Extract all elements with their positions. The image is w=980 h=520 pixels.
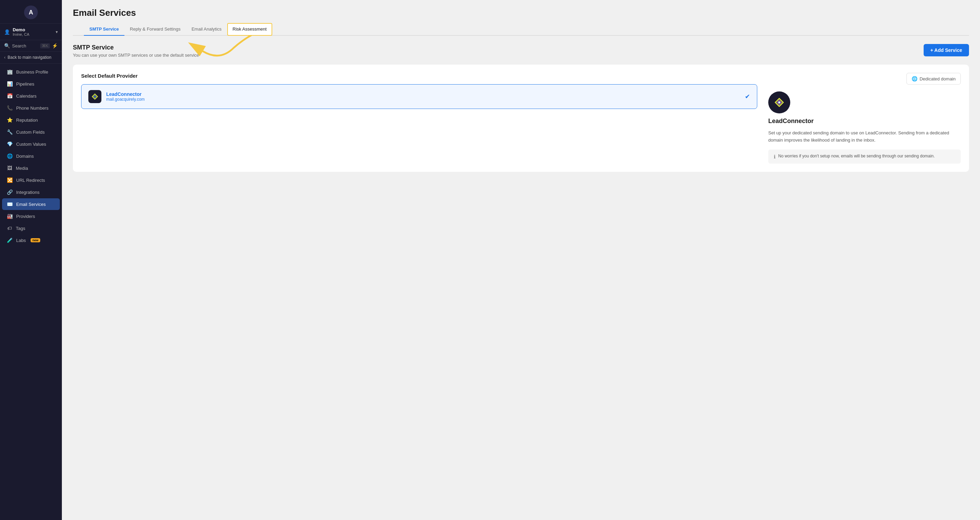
main-content: Email Services SMTP Service Reply & Forw… (62, 0, 980, 520)
right-panel: 🌐 Dedicated domain LeadConnector Set up … (768, 73, 961, 164)
sidebar-item-email-services[interactable]: ✉️ Email Services (2, 198, 60, 210)
smtp-section-subtitle: You can use your own SMTP services or us… (73, 52, 199, 58)
phone-icon: 📞 (7, 105, 13, 111)
check-icon: ✔ (745, 93, 750, 100)
info-text: No worries if you don't setup now, email… (778, 154, 935, 159)
page-title: Email Services (73, 8, 969, 18)
user-location: Irvine, CA (13, 32, 29, 37)
sidebar-item-labs[interactable]: 🧪 Labs new (2, 234, 60, 246)
leadconnector-name: LeadConnector (768, 118, 961, 125)
smtp-section-title: SMTP Service (73, 44, 199, 51)
reputation-icon: ⭐ (7, 117, 13, 123)
custom-values-icon: 💎 (7, 141, 13, 147)
labs-new-badge: new (30, 238, 40, 242)
provider-section: Select Default Provider LeadConnector ma… (81, 73, 757, 164)
tab-bar: SMTP Service Reply & Forward Settings Em… (73, 23, 969, 36)
provider-domain: mail.goacquirely.com (106, 97, 740, 102)
sidebar-item-label: Media (16, 165, 28, 171)
sidebar-avatar-area: A (0, 0, 62, 24)
dedicated-domain-button[interactable]: 🌐 Dedicated domain (907, 73, 961, 84)
sidebar-item-label: Calendars (16, 94, 37, 99)
business-profile-icon: 🏢 (7, 69, 13, 75)
sidebar-item-calendars[interactable]: 📅 Calendars (2, 90, 60, 102)
sidebar-item-phone-numbers[interactable]: 📞 Phone Numbers (2, 102, 60, 114)
back-arrow-icon: ‹ (4, 55, 5, 60)
user-icon: 👤 (4, 29, 10, 35)
domains-icon: 🌐 (7, 153, 13, 159)
url-redirects-icon: 🔀 (7, 177, 13, 183)
sidebar-item-label: Pipelines (16, 81, 34, 87)
main-card: Select Default Provider LeadConnector ma… (73, 65, 969, 172)
lightning-icon: ⚡ (52, 43, 58, 48)
integrations-icon: 🔗 (7, 189, 13, 195)
sidebar-item-label: Reputation (16, 118, 38, 123)
sidebar-item-integrations[interactable]: 🔗 Integrations (2, 186, 60, 198)
tab-risk-assessment[interactable]: Risk Assessment (227, 23, 272, 36)
back-nav[interactable]: ‹ Back to main navigation (0, 52, 62, 64)
user-name: Demo (13, 27, 29, 32)
sidebar-item-label: Custom Values (16, 142, 46, 147)
tab-email-analytics[interactable]: Email Analytics (186, 23, 227, 36)
sidebar: A 👤 Demo Irvine, CA ▾ 🔍 Search ⌘K ⚡ ‹ Ba… (0, 0, 62, 520)
content-area: SMTP Service You can use your own SMTP s… (62, 36, 980, 520)
sidebar-item-label: Custom Fields (16, 130, 45, 135)
provider-logo (88, 90, 102, 103)
sidebar-item-label: Integrations (16, 190, 40, 195)
providers-icon: 🏭 (7, 213, 13, 219)
search-shortcut: ⌘K (40, 43, 50, 48)
provider-card-leadconnector[interactable]: LeadConnector mail.goacquirely.com ✔ (81, 84, 757, 109)
sidebar-item-label: Tags (16, 226, 25, 231)
sidebar-item-label: URL Redirects (16, 178, 45, 183)
info-icon: ℹ (774, 154, 775, 159)
svg-point-0 (778, 102, 780, 103)
sidebar-item-label: Labs (16, 238, 26, 243)
sidebar-item-label: Providers (16, 214, 35, 219)
calendars-icon: 📅 (7, 93, 13, 99)
page-header: Email Services SMTP Service Reply & Forw… (62, 0, 980, 36)
add-service-button[interactable]: + Add Service (924, 44, 969, 56)
sidebar-item-custom-values[interactable]: 💎 Custom Values (2, 138, 60, 150)
leadconnector-description: Set up your dedicated sending domain to … (768, 130, 961, 144)
sidebar-item-label: Email Services (16, 202, 46, 207)
sidebar-item-label: Business Profile (16, 70, 48, 75)
user-info-area[interactable]: 👤 Demo Irvine, CA ▾ (0, 24, 62, 40)
sidebar-item-tags[interactable]: 🏷 Tags (2, 223, 60, 234)
email-services-icon: ✉️ (7, 201, 13, 207)
custom-fields-icon: 🔧 (7, 129, 13, 135)
sidebar-item-domains[interactable]: 🌐 Domains (2, 150, 60, 162)
avatar: A (24, 5, 38, 19)
back-nav-label: Back to main navigation (8, 55, 51, 60)
chevron-down-icon: ▾ (56, 30, 58, 34)
tab-smtp[interactable]: SMTP Service (84, 23, 124, 36)
provider-info: LeadConnector mail.goacquirely.com (106, 91, 740, 102)
sidebar-nav: 🏢 Business Profile 📊 Pipelines 📅 Calenda… (0, 64, 62, 520)
leadconnector-logo (768, 91, 790, 113)
search-area[interactable]: 🔍 Search ⌘K ⚡ (0, 40, 62, 52)
sidebar-item-label: Phone Numbers (16, 105, 48, 111)
info-box: ℹ No worries if you don't setup now, ema… (768, 149, 961, 164)
smtp-header: SMTP Service You can use your own SMTP s… (73, 44, 969, 58)
sidebar-item-label: Domains (16, 154, 34, 159)
sidebar-item-providers[interactable]: 🏭 Providers (2, 210, 60, 222)
select-provider-title: Select Default Provider (81, 73, 757, 79)
labs-icon: 🧪 (7, 237, 13, 243)
sidebar-item-media[interactable]: 🖼 Media (2, 162, 60, 174)
sidebar-item-pipelines[interactable]: 📊 Pipelines (2, 78, 60, 90)
sidebar-item-business-profile[interactable]: 🏢 Business Profile (2, 66, 60, 78)
tags-icon: 🏷 (7, 226, 13, 231)
sidebar-item-custom-fields[interactable]: 🔧 Custom Fields (2, 126, 60, 138)
globe-icon: 🌐 (912, 76, 918, 81)
tab-reply-forward[interactable]: Reply & Forward Settings (124, 23, 186, 36)
provider-name: LeadConnector (106, 91, 740, 97)
search-label: Search (12, 43, 38, 48)
sidebar-item-reputation[interactable]: ⭐ Reputation (2, 114, 60, 126)
pipelines-icon: 📊 (7, 81, 13, 87)
sidebar-item-url-redirects[interactable]: 🔀 URL Redirects (2, 174, 60, 186)
search-icon: 🔍 (4, 43, 10, 48)
media-icon: 🖼 (7, 165, 13, 171)
